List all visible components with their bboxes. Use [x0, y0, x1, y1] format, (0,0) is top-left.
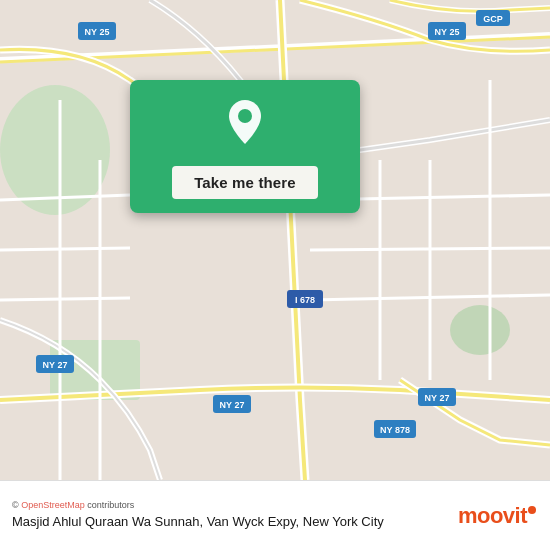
moovit-logo-text: moovit [458, 503, 527, 529]
svg-rect-0 [0, 0, 550, 480]
location-card: Take me there [130, 80, 360, 213]
svg-line-7 [0, 248, 130, 250]
svg-text:GCP: GCP [483, 14, 503, 24]
map-svg: NY 25 NY 25 GCP NY 25 I 678 NY 27 NY 27 … [0, 0, 550, 480]
svg-line-8 [0, 298, 130, 300]
svg-text:I 678: I 678 [295, 295, 315, 305]
location-name: Masjid Ahlul Quraan Wa Sunnah, Van Wyck … [12, 513, 384, 531]
map-container: NY 25 NY 25 GCP NY 25 I 678 NY 27 NY 27 … [0, 0, 550, 480]
svg-text:NY 27: NY 27 [220, 400, 245, 410]
svg-text:NY 878: NY 878 [380, 425, 410, 435]
take-me-there-button[interactable]: Take me there [172, 166, 318, 199]
svg-point-35 [238, 109, 252, 123]
location-pin-icon [223, 100, 267, 152]
bottom-bar: © OpenStreetMap contributors Masjid Ahlu… [0, 480, 550, 550]
svg-point-3 [450, 305, 510, 355]
moovit-logo: moovit [458, 503, 536, 529]
svg-text:NY 27: NY 27 [425, 393, 450, 403]
svg-text:NY 25: NY 25 [435, 27, 460, 37]
svg-text:NY 25: NY 25 [85, 27, 110, 37]
copyright-symbol: © [12, 500, 21, 510]
osm-attribution: © OpenStreetMap contributors [12, 500, 384, 510]
contributors-text: contributors [85, 500, 135, 510]
moovit-logo-dot [528, 506, 536, 514]
svg-text:NY 27: NY 27 [43, 360, 68, 370]
bottom-info: © OpenStreetMap contributors Masjid Ahlu… [12, 500, 384, 531]
osm-link[interactable]: OpenStreetMap [21, 500, 85, 510]
